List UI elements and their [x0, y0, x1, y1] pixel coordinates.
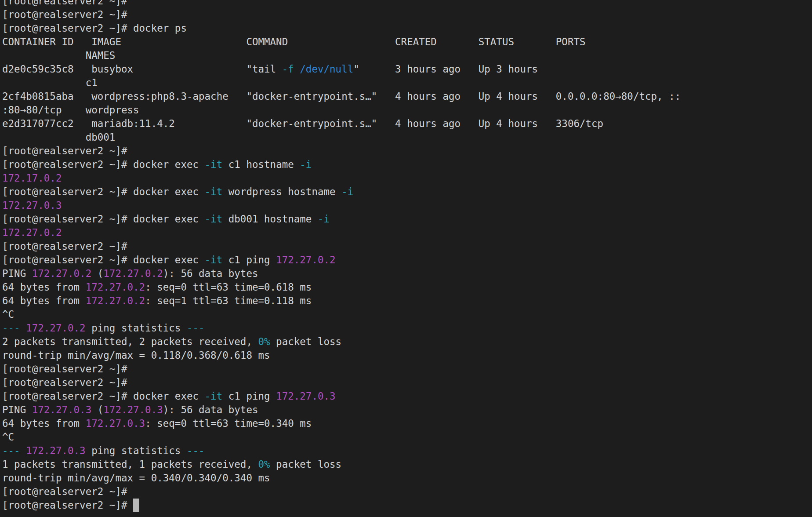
terminal-line: round-trip min/avg/max = 0.118/0.368/0.6…	[2, 349, 812, 362]
terminal-line: NAMES	[2, 49, 812, 62]
terminal-text-segment: [root@realserver2 ~]# docker exec	[2, 213, 205, 225]
terminal-text-segment: 172.27.0.3	[86, 418, 145, 429]
terminal-text-segment: ---	[187, 322, 205, 334]
terminal-text-segment: /dev/null	[300, 63, 353, 75]
terminal-line: 64 bytes from 172.27.0.2: seq=0 ttl=63 t…	[2, 280, 812, 294]
terminal-line: PING 172.27.0.2 (172.27.0.2): 56 data by…	[2, 267, 812, 280]
terminal-text-segment: 172.27.0.3	[103, 404, 163, 415]
terminal-text-segment: 172.27.0.2	[32, 268, 91, 279]
terminal-text-segment: : seq=0 ttl=63 time=0.340 ms	[145, 418, 312, 429]
terminal-text-segment: 64 bytes from	[2, 295, 86, 306]
terminal-line: [root@realserver2 ~]# docker exec -it c1…	[2, 253, 812, 267]
terminal-text-segment: ): 56 data bytes	[163, 404, 258, 415]
terminal-line: 64 bytes from 172.27.0.3: seq=0 ttl=63 t…	[2, 417, 812, 430]
terminal-text-segment: (	[91, 404, 103, 415]
terminal-text-segment: 172.27.0.2	[103, 268, 163, 279]
terminal-line: PING 172.27.0.3 (172.27.0.3): 56 data by…	[2, 403, 812, 417]
terminal-line: [root@realserver2 ~]#	[2, 376, 812, 390]
terminal-text-segment: 0%	[258, 336, 270, 347]
terminal-text-segment: db001 hostname	[222, 213, 318, 225]
terminal-text-segment: ^C	[2, 309, 14, 320]
terminal-text-segment: e2d317077cc2 mariadb:11.4.2 "docker-entr…	[2, 118, 603, 129]
terminal-text-segment: d2e0c59c35c8 busybox "tail	[2, 63, 282, 75]
terminal-text-segment: CONTAINER ID IMAGE COMMAND CREATED STATU…	[2, 36, 586, 47]
terminal-line: [root@realserver2 ~]# docker exec -it wo…	[2, 185, 812, 199]
terminal-text-segment: packet loss	[270, 336, 342, 347]
terminal-line: 2 packets transmitted, 2 packets receive…	[2, 335, 812, 349]
terminal-text-segment: -i	[341, 186, 353, 197]
terminal-text-segment: 172.27.0.2	[276, 254, 335, 266]
terminal-text-segment: 64 bytes from	[2, 281, 86, 293]
terminal-text-segment: 64 bytes from	[2, 418, 86, 429]
terminal-text-segment: -i	[318, 213, 330, 225]
terminal-text-segment: [root@realserver2 ~]#	[2, 499, 133, 511]
terminal-text-segment: -it	[205, 390, 223, 402]
terminal-line: :80→80/tcp wordpress	[2, 103, 812, 117]
terminal-text-segment: 172.27.0.2	[2, 227, 62, 238]
terminal-line: [root@realserver2 ~]#	[2, 8, 812, 22]
terminal-text-segment: -i	[300, 159, 312, 170]
terminal-text-segment: 172.27.0.2	[26, 322, 85, 334]
terminal-text-segment	[20, 322, 26, 334]
terminal-line: d2e0c59c35c8 busybox "tail -f /dev/null"…	[2, 62, 812, 76]
terminal-line: 64 bytes from 172.27.0.2: seq=1 ttl=63 t…	[2, 294, 812, 308]
terminal-text-segment: -it	[205, 186, 223, 197]
terminal-line: CONTAINER ID IMAGE COMMAND CREATED STATU…	[2, 35, 812, 49]
terminal-line: 172.27.0.3	[2, 199, 812, 212]
terminal-text-segment: [root@realserver2 ~]# docker exec	[2, 390, 205, 402]
terminal-text-segment: 172.27.0.3	[26, 445, 85, 456]
terminal-text-segment: [root@realserver2 ~]#	[2, 9, 127, 20]
terminal-text-segment	[294, 63, 300, 75]
terminal[interactable]: [root@realserver2 ~]#[root@realserver2 ~…	[0, 0, 812, 517]
terminal-text-segment	[20, 445, 26, 456]
terminal-text-segment: round-trip min/avg/max = 0.340/0.340/0.3…	[2, 472, 270, 484]
terminal-text-segment: c1	[2, 77, 98, 88]
terminal-text-segment: c1 hostname	[222, 159, 300, 170]
terminal-text-segment: [root@realserver2 ~]# docker exec	[2, 186, 205, 197]
terminal-text-segment: (	[91, 268, 103, 279]
terminal-text-segment: 172.27.0.3	[276, 390, 335, 402]
terminal-text-segment: 172.27.0.2	[86, 281, 145, 293]
terminal-line: [root@realserver2 ~]#	[2, 362, 812, 376]
terminal-text-segment: packet loss	[270, 459, 342, 470]
terminal-line: 1 packets transmitted, 1 packets receive…	[2, 458, 812, 471]
terminal-text-segment: :80→80/tcp wordpress	[2, 104, 139, 116]
terminal-text-segment: : seq=1 ttl=63 time=0.118 ms	[145, 295, 312, 306]
terminal-text-segment: ): 56 data bytes	[163, 268, 258, 279]
terminal-text-segment: 172.27.0.3	[32, 404, 91, 415]
terminal-line: 172.27.0.2	[2, 226, 812, 240]
terminal-text-segment: 2cf4b0815aba wordpress:php8.3-apache "do…	[2, 91, 681, 102]
terminal-text-segment: ---	[2, 322, 20, 334]
terminal-line: e2d317077cc2 mariadb:11.4.2 "docker-entr…	[2, 117, 812, 131]
terminal-text-segment: -it	[205, 159, 223, 170]
cursor	[133, 499, 139, 512]
terminal-text-segment: 172.27.0.3	[2, 200, 62, 211]
terminal-line: ^C	[2, 430, 812, 444]
terminal-text-segment: -f	[282, 63, 294, 75]
terminal-text-segment: ping statistics	[86, 445, 187, 456]
terminal-text-segment: : seq=0 ttl=63 time=0.618 ms	[145, 281, 312, 293]
terminal-line: [root@realserver2 ~]#	[2, 485, 812, 499]
terminal-text-segment: [root@realserver2 ~]# docker exec	[2, 159, 205, 170]
terminal-line: 172.17.0.2	[2, 171, 812, 185]
terminal-text-segment: [root@realserver2 ~]#	[2, 486, 127, 497]
terminal-text-segment: 0%	[258, 459, 270, 470]
terminal-text-segment: ^C	[2, 431, 14, 443]
terminal-line: --- 172.27.0.2 ping statistics ---	[2, 321, 812, 335]
terminal-text-segment: round-trip min/avg/max = 0.118/0.368/0.6…	[2, 350, 270, 361]
terminal-text-segment: ---	[2, 445, 20, 456]
terminal-text-segment: [root@realserver2 ~]#	[2, 0, 127, 7]
terminal-text-segment: PING	[2, 268, 32, 279]
terminal-line: ^C	[2, 308, 812, 321]
terminal-text-segment: -it	[205, 254, 223, 266]
terminal-line: db001	[2, 131, 812, 144]
terminal-text-segment: [root@realserver2 ~]# docker ps	[2, 22, 187, 34]
terminal-text-segment: c1 ping	[222, 390, 276, 402]
terminal-text-segment: db001	[2, 131, 115, 143]
terminal-line: 2cf4b0815aba wordpress:php8.3-apache "do…	[2, 90, 812, 103]
terminal-line: [root@realserver2 ~]# docker exec -it c1…	[2, 390, 812, 403]
terminal-text-segment: 1 packets transmitted, 1 packets receive…	[2, 459, 258, 470]
terminal-line: [root@realserver2 ~]# docker exec -it c1…	[2, 158, 812, 171]
terminal-text-segment: PING	[2, 404, 32, 415]
terminal-text-segment: NAMES	[2, 50, 115, 61]
